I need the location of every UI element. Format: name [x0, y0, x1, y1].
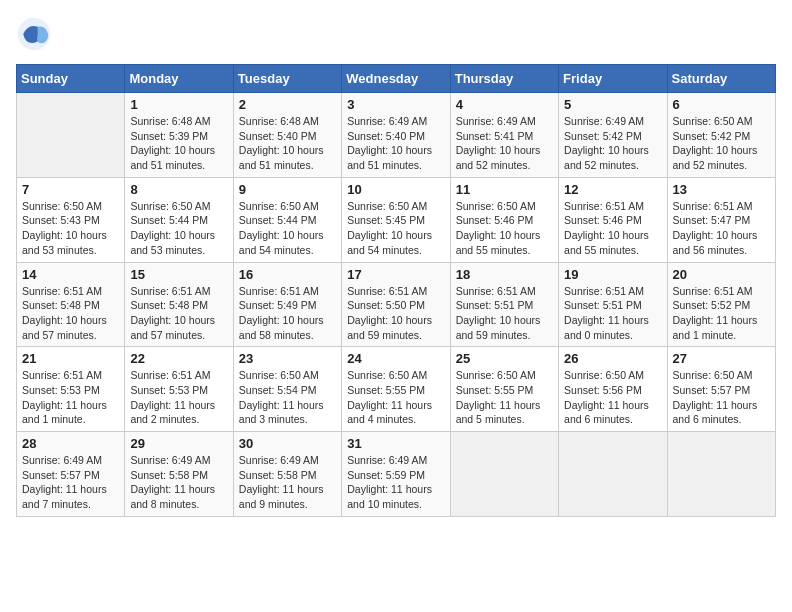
- calendar-cell: 24Sunrise: 6:50 AM Sunset: 5:55 PM Dayli…: [342, 347, 450, 432]
- calendar-cell: 13Sunrise: 6:51 AM Sunset: 5:47 PM Dayli…: [667, 177, 775, 262]
- day-info: Sunrise: 6:51 AM Sunset: 5:51 PM Dayligh…: [456, 284, 553, 343]
- calendar-cell: 18Sunrise: 6:51 AM Sunset: 5:51 PM Dayli…: [450, 262, 558, 347]
- calendar-cell: 11Sunrise: 6:50 AM Sunset: 5:46 PM Dayli…: [450, 177, 558, 262]
- day-number: 23: [239, 351, 336, 366]
- day-number: 8: [130, 182, 227, 197]
- header-wednesday: Wednesday: [342, 65, 450, 93]
- calendar-cell: 19Sunrise: 6:51 AM Sunset: 5:51 PM Dayli…: [559, 262, 667, 347]
- calendar-cell: 15Sunrise: 6:51 AM Sunset: 5:48 PM Dayli…: [125, 262, 233, 347]
- calendar-cell: 5Sunrise: 6:49 AM Sunset: 5:42 PM Daylig…: [559, 93, 667, 178]
- day-number: 15: [130, 267, 227, 282]
- calendar-cell: 6Sunrise: 6:50 AM Sunset: 5:42 PM Daylig…: [667, 93, 775, 178]
- day-info: Sunrise: 6:51 AM Sunset: 5:53 PM Dayligh…: [130, 368, 227, 427]
- calendar-cell: 7Sunrise: 6:50 AM Sunset: 5:43 PM Daylig…: [17, 177, 125, 262]
- day-info: Sunrise: 6:48 AM Sunset: 5:40 PM Dayligh…: [239, 114, 336, 173]
- calendar-header: SundayMondayTuesdayWednesdayThursdayFrid…: [17, 65, 776, 93]
- day-info: Sunrise: 6:48 AM Sunset: 5:39 PM Dayligh…: [130, 114, 227, 173]
- day-info: Sunrise: 6:49 AM Sunset: 5:58 PM Dayligh…: [130, 453, 227, 512]
- day-number: 1: [130, 97, 227, 112]
- calendar-cell: 20Sunrise: 6:51 AM Sunset: 5:52 PM Dayli…: [667, 262, 775, 347]
- day-info: Sunrise: 6:51 AM Sunset: 5:48 PM Dayligh…: [22, 284, 119, 343]
- calendar-cell: 21Sunrise: 6:51 AM Sunset: 5:53 PM Dayli…: [17, 347, 125, 432]
- day-info: Sunrise: 6:51 AM Sunset: 5:52 PM Dayligh…: [673, 284, 770, 343]
- header-sunday: Sunday: [17, 65, 125, 93]
- day-info: Sunrise: 6:50 AM Sunset: 5:57 PM Dayligh…: [673, 368, 770, 427]
- calendar-cell: 9Sunrise: 6:50 AM Sunset: 5:44 PM Daylig…: [233, 177, 341, 262]
- week-row-3: 21Sunrise: 6:51 AM Sunset: 5:53 PM Dayli…: [17, 347, 776, 432]
- calendar-cell: [559, 432, 667, 517]
- page-header: [16, 16, 776, 52]
- day-info: Sunrise: 6:50 AM Sunset: 5:46 PM Dayligh…: [456, 199, 553, 258]
- calendar-cell: 25Sunrise: 6:50 AM Sunset: 5:55 PM Dayli…: [450, 347, 558, 432]
- day-info: Sunrise: 6:50 AM Sunset: 5:56 PM Dayligh…: [564, 368, 661, 427]
- calendar-cell: [17, 93, 125, 178]
- day-number: 17: [347, 267, 444, 282]
- day-number: 18: [456, 267, 553, 282]
- day-info: Sunrise: 6:49 AM Sunset: 5:57 PM Dayligh…: [22, 453, 119, 512]
- day-info: Sunrise: 6:51 AM Sunset: 5:49 PM Dayligh…: [239, 284, 336, 343]
- calendar-cell: 26Sunrise: 6:50 AM Sunset: 5:56 PM Dayli…: [559, 347, 667, 432]
- header-friday: Friday: [559, 65, 667, 93]
- day-number: 16: [239, 267, 336, 282]
- day-info: Sunrise: 6:51 AM Sunset: 5:50 PM Dayligh…: [347, 284, 444, 343]
- day-number: 28: [22, 436, 119, 451]
- day-number: 25: [456, 351, 553, 366]
- calendar-cell: 2Sunrise: 6:48 AM Sunset: 5:40 PM Daylig…: [233, 93, 341, 178]
- calendar-body: 1Sunrise: 6:48 AM Sunset: 5:39 PM Daylig…: [17, 93, 776, 517]
- day-number: 5: [564, 97, 661, 112]
- day-number: 20: [673, 267, 770, 282]
- calendar-cell: 14Sunrise: 6:51 AM Sunset: 5:48 PM Dayli…: [17, 262, 125, 347]
- day-number: 4: [456, 97, 553, 112]
- day-number: 24: [347, 351, 444, 366]
- calendar-cell: 30Sunrise: 6:49 AM Sunset: 5:58 PM Dayli…: [233, 432, 341, 517]
- day-info: Sunrise: 6:49 AM Sunset: 5:59 PM Dayligh…: [347, 453, 444, 512]
- day-info: Sunrise: 6:50 AM Sunset: 5:44 PM Dayligh…: [130, 199, 227, 258]
- day-info: Sunrise: 6:50 AM Sunset: 5:45 PM Dayligh…: [347, 199, 444, 258]
- day-info: Sunrise: 6:50 AM Sunset: 5:42 PM Dayligh…: [673, 114, 770, 173]
- day-info: Sunrise: 6:51 AM Sunset: 5:48 PM Dayligh…: [130, 284, 227, 343]
- day-number: 19: [564, 267, 661, 282]
- day-number: 6: [673, 97, 770, 112]
- day-number: 7: [22, 182, 119, 197]
- calendar-cell: 23Sunrise: 6:50 AM Sunset: 5:54 PM Dayli…: [233, 347, 341, 432]
- day-number: 31: [347, 436, 444, 451]
- week-row-2: 14Sunrise: 6:51 AM Sunset: 5:48 PM Dayli…: [17, 262, 776, 347]
- calendar-cell: 10Sunrise: 6:50 AM Sunset: 5:45 PM Dayli…: [342, 177, 450, 262]
- header-thursday: Thursday: [450, 65, 558, 93]
- calendar-cell: 16Sunrise: 6:51 AM Sunset: 5:49 PM Dayli…: [233, 262, 341, 347]
- day-number: 29: [130, 436, 227, 451]
- day-number: 27: [673, 351, 770, 366]
- header-saturday: Saturday: [667, 65, 775, 93]
- day-number: 30: [239, 436, 336, 451]
- day-info: Sunrise: 6:51 AM Sunset: 5:53 PM Dayligh…: [22, 368, 119, 427]
- day-info: Sunrise: 6:51 AM Sunset: 5:46 PM Dayligh…: [564, 199, 661, 258]
- header-row: SundayMondayTuesdayWednesdayThursdayFrid…: [17, 65, 776, 93]
- calendar-cell: 27Sunrise: 6:50 AM Sunset: 5:57 PM Dayli…: [667, 347, 775, 432]
- day-info: Sunrise: 6:51 AM Sunset: 5:47 PM Dayligh…: [673, 199, 770, 258]
- day-number: 21: [22, 351, 119, 366]
- calendar-cell: 17Sunrise: 6:51 AM Sunset: 5:50 PM Dayli…: [342, 262, 450, 347]
- day-number: 14: [22, 267, 119, 282]
- calendar-table: SundayMondayTuesdayWednesdayThursdayFrid…: [16, 64, 776, 517]
- day-number: 3: [347, 97, 444, 112]
- day-info: Sunrise: 6:49 AM Sunset: 5:58 PM Dayligh…: [239, 453, 336, 512]
- day-number: 10: [347, 182, 444, 197]
- week-row-1: 7Sunrise: 6:50 AM Sunset: 5:43 PM Daylig…: [17, 177, 776, 262]
- header-monday: Monday: [125, 65, 233, 93]
- day-number: 12: [564, 182, 661, 197]
- calendar-cell: 4Sunrise: 6:49 AM Sunset: 5:41 PM Daylig…: [450, 93, 558, 178]
- week-row-4: 28Sunrise: 6:49 AM Sunset: 5:57 PM Dayli…: [17, 432, 776, 517]
- header-tuesday: Tuesday: [233, 65, 341, 93]
- day-info: Sunrise: 6:49 AM Sunset: 5:41 PM Dayligh…: [456, 114, 553, 173]
- logo-icon: [16, 16, 52, 52]
- day-info: Sunrise: 6:50 AM Sunset: 5:44 PM Dayligh…: [239, 199, 336, 258]
- day-number: 2: [239, 97, 336, 112]
- calendar-cell: 28Sunrise: 6:49 AM Sunset: 5:57 PM Dayli…: [17, 432, 125, 517]
- day-number: 11: [456, 182, 553, 197]
- day-info: Sunrise: 6:50 AM Sunset: 5:54 PM Dayligh…: [239, 368, 336, 427]
- day-info: Sunrise: 6:49 AM Sunset: 5:40 PM Dayligh…: [347, 114, 444, 173]
- day-info: Sunrise: 6:49 AM Sunset: 5:42 PM Dayligh…: [564, 114, 661, 173]
- day-info: Sunrise: 6:50 AM Sunset: 5:55 PM Dayligh…: [456, 368, 553, 427]
- day-info: Sunrise: 6:51 AM Sunset: 5:51 PM Dayligh…: [564, 284, 661, 343]
- calendar-cell: 12Sunrise: 6:51 AM Sunset: 5:46 PM Dayli…: [559, 177, 667, 262]
